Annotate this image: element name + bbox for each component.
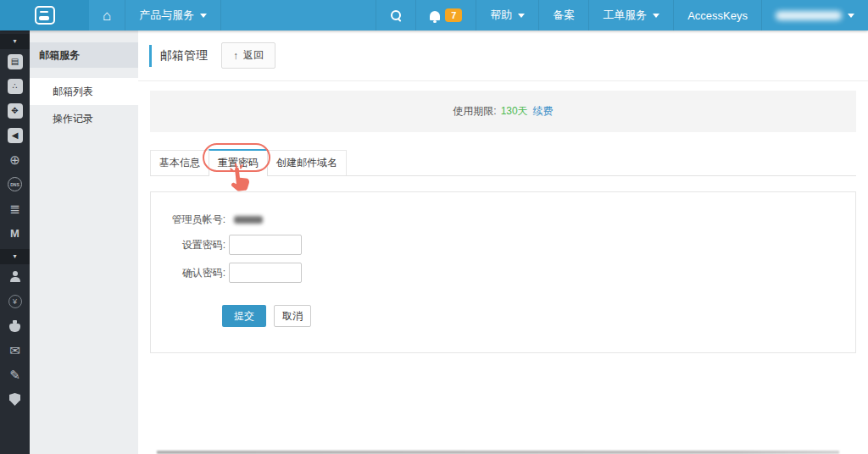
form-actions: 提交 取消 [222, 305, 855, 327]
nav-home[interactable]: ⌂ [89, 0, 125, 30]
broadcast-icon: ◀ [8, 128, 23, 143]
brand-logo[interactable] [0, 0, 89, 30]
renew-link[interactable]: 续费 [533, 104, 554, 119]
rail-item-network[interactable]: ⊕ [0, 147, 30, 172]
confirm-password-row: 确认密码: [151, 263, 855, 283]
account-name-redacted [776, 11, 842, 20]
set-password-row: 设置密码: [151, 235, 855, 255]
reset-password-form: 管理员帐号: 设置密码: 确认密码: 提交 取消 [150, 191, 856, 353]
bell-icon [430, 11, 440, 20]
funds-bag-icon [9, 324, 20, 332]
nav-tickets-menu[interactable]: 工单服务 [588, 0, 673, 30]
nav-notifications[interactable]: 7 [415, 0, 476, 30]
cluster-icon: ∴ [8, 79, 23, 94]
user-icon [9, 271, 21, 282]
back-button[interactable]: ↑ 返回 [221, 42, 275, 69]
sidebar-section-title: 邮箱服务 [30, 42, 138, 68]
network-globe-icon: ⊕ [9, 153, 20, 166]
rail-item-instances[interactable]: ▤ [0, 49, 30, 74]
nodes-icon: ✥ [8, 103, 23, 119]
chevron-down-icon [518, 14, 525, 18]
mail-icon: ✉ [9, 344, 20, 357]
rail-item-monitoring[interactable]: M [0, 221, 30, 246]
rail-item-mail[interactable]: ✉ [0, 338, 30, 363]
chevron-down-icon: ▾ [13, 38, 16, 45]
chevron-down-icon [200, 14, 207, 18]
navbar-left-group: ⌂ 产品与服务 [0, 0, 221, 30]
rail-item-cluster[interactable]: ∴ [0, 74, 30, 98]
nav-products-menu[interactable]: 产品与服务 [125, 0, 221, 30]
nav-search[interactable] [376, 0, 415, 30]
page-header: 邮箱管理 ↑ 返回 [138, 30, 868, 81]
rail-item-servers[interactable]: ≣ [0, 197, 30, 221]
rail-item-billing[interactable]: ¥ [0, 289, 30, 313]
usage-banner: 使用期限: 130天 续费 [150, 91, 856, 132]
top-navbar: ⌂ 产品与服务 7 帮助 备案 工单服务 [0, 0, 868, 30]
tab-basic-info[interactable]: 基本信息 [150, 150, 209, 175]
rail-item-dns[interactable]: DNS [0, 172, 30, 197]
nav-beian-label: 备案 [553, 8, 575, 23]
nav-help-menu[interactable]: 帮助 [476, 0, 538, 30]
arrow-up-icon: ↑ [233, 51, 238, 61]
submit-button[interactable]: 提交 [222, 305, 266, 327]
rail-collapse-caret-top[interactable]: ▾ [0, 34, 30, 49]
cloud-logo-icon [35, 6, 55, 25]
nav-tickets-label: 工单服务 [603, 8, 647, 23]
rail-item-user[interactable] [0, 264, 30, 289]
tab-create-mail-domain[interactable]: 创建邮件域名 [267, 150, 347, 175]
nav-beian[interactable]: 备案 [538, 0, 588, 30]
billing-yen-icon: ¥ [8, 295, 22, 308]
icon-rail: ▾ ▤ ∴ ✥ ◀ ⊕ DNS ≣ M ▾ ¥ [0, 30, 30, 454]
rail-item-broadcast[interactable]: ◀ [0, 123, 30, 147]
nav-account-menu[interactable] [761, 0, 868, 30]
usage-label: 使用期限: [453, 104, 496, 119]
chevron-down-icon [653, 14, 659, 18]
dns-icon: DNS [8, 177, 22, 191]
console-screen: ⌂ 产品与服务 7 帮助 备案 工单服务 [0, 0, 868, 454]
monitoring-m-icon: M [10, 227, 19, 240]
navbar-right-group: 7 帮助 备案 工单服务 AccessKeys [376, 0, 868, 30]
rail-collapse-caret-bottom[interactable]: ▾ [0, 249, 30, 264]
notification-badge: 7 [445, 8, 462, 22]
tab-bar: 基本信息 重置密码 创建邮件域名 [150, 149, 856, 176]
nav-accesskeys-label: AccessKeys [687, 9, 748, 22]
admin-account-label: 管理员帐号: [151, 213, 225, 227]
rail-item-security[interactable] [0, 387, 30, 412]
rail-item-edit[interactable]: ✎ [0, 363, 30, 387]
rail-item-funds[interactable] [0, 313, 30, 338]
confirm-password-input[interactable] [229, 263, 302, 283]
main-content: 邮箱管理 ↑ 返回 使用期限: 130天 续费 基本信息 重置密码 创建邮件域名… [138, 30, 868, 454]
secondary-sidebar: 邮箱服务 邮箱列表 操作记录 [30, 30, 138, 454]
window-bottom-edge [157, 451, 839, 454]
sidebar-item-mailbox-list[interactable]: 邮箱列表 [30, 78, 138, 105]
chevron-down-icon: ▾ [13, 253, 16, 260]
cancel-button[interactable]: 取消 [274, 305, 311, 327]
usage-days-value: 130天 [501, 104, 528, 119]
rail-item-nodes[interactable]: ✥ [0, 98, 30, 123]
nav-help-label: 帮助 [490, 8, 512, 23]
sidebar-item-operation-log[interactable]: 操作记录 [30, 105, 138, 132]
server-stack-icon: ≣ [9, 202, 20, 215]
search-icon [390, 9, 402, 21]
instance-list-icon: ▤ [8, 54, 23, 69]
security-shield-icon [9, 393, 20, 406]
edit-pencil-icon: ✎ [9, 368, 20, 381]
chevron-down-icon [848, 14, 854, 18]
nav-products-label: 产品与服务 [139, 8, 194, 23]
set-password-input[interactable] [229, 235, 302, 255]
back-button-label: 返回 [243, 48, 264, 63]
home-icon: ⌂ [103, 8, 111, 23]
admin-account-redacted [234, 216, 263, 224]
page-title: 邮箱管理 [160, 48, 208, 64]
nav-accesskeys[interactable]: AccessKeys [673, 0, 761, 30]
admin-account-row: 管理员帐号: [151, 213, 855, 227]
title-accent-bar [149, 45, 152, 67]
tab-reset-password[interactable]: 重置密码 [209, 149, 268, 176]
set-password-label: 设置密码: [151, 238, 225, 252]
confirm-password-label: 确认密码: [151, 266, 225, 280]
